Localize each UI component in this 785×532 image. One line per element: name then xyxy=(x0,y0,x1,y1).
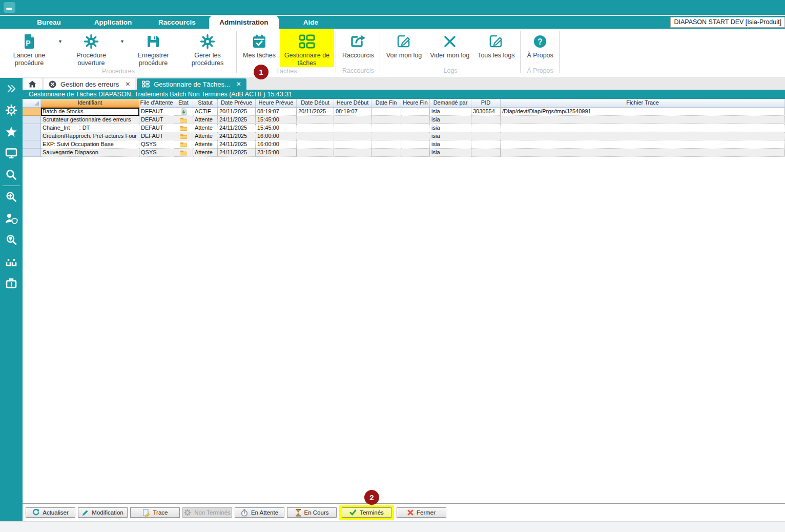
table-row[interactable]: EXP: Suivi Occupation BaseQSYSAttente24/… xyxy=(23,140,785,149)
menu-bureau[interactable]: Bureau xyxy=(17,16,81,29)
search-icon[interactable] xyxy=(0,164,23,186)
menu-aide[interactable]: Aide xyxy=(279,16,343,29)
task-grid-icon xyxy=(299,31,315,52)
column-header-file[interactable]: File d'Attente xyxy=(139,99,174,108)
cell-file: QSYS xyxy=(139,140,174,149)
row-selector[interactable] xyxy=(23,132,41,140)
cell-statut: Attente xyxy=(193,124,218,132)
en-cours-button[interactable]: En Cours xyxy=(287,507,337,518)
column-header-date_debut[interactable]: Date Début xyxy=(297,99,334,108)
column-header-date_fin[interactable]: Date Fin xyxy=(371,99,401,108)
modification-button[interactable]: Modification xyxy=(78,507,128,518)
column-header-heure_debut[interactable]: Heure Début xyxy=(334,99,371,108)
menu-application[interactable]: Application xyxy=(81,16,145,29)
column-header-fichier_trace[interactable]: Fichier Trace xyxy=(501,99,785,108)
briefcase-icon[interactable] xyxy=(0,272,23,294)
tab-home[interactable] xyxy=(23,78,42,90)
button-label: Modification xyxy=(92,509,123,516)
menu-administration[interactable]: Administration xyxy=(209,16,279,29)
cell-fichier_trace: /Diap/devt/Diap/Prgs/tmp/J2540991 xyxy=(501,108,785,116)
all-logs-button[interactable]: Tous les logs xyxy=(473,29,519,67)
table-row[interactable]: Création/Rapproch. PréFactures FourDEFAU… xyxy=(23,132,785,140)
trace-button[interactable]: Trace xyxy=(130,507,180,518)
cell-heure_debut xyxy=(334,149,371,157)
column-header-identifiant[interactable]: Identifiant xyxy=(41,99,139,108)
toolbar-item-label: Gérer les procédures xyxy=(184,52,231,67)
row-selector[interactable] xyxy=(23,108,41,116)
table-row[interactable]: Sauvegarde DiapasonQSYSAttente24/11/2025… xyxy=(23,149,785,157)
cell-heure_debut: 08:19:07 xyxy=(334,108,371,116)
shortcuts-button[interactable]: Raccourcis xyxy=(338,29,378,67)
column-header-statut[interactable]: Statut xyxy=(193,99,218,108)
menu-raccourcis[interactable]: Raccourcis xyxy=(145,16,209,29)
cell-date_fin xyxy=(371,124,401,132)
column-header-demande_par[interactable]: Demandé par xyxy=(430,99,471,108)
settings-wheel-icon[interactable] xyxy=(0,99,23,121)
select-all-header[interactable] xyxy=(23,99,41,108)
termines-button[interactable]: Terminés xyxy=(342,507,391,518)
group-logs: Voir mon log Vider mon log Tous les logs… xyxy=(380,29,521,77)
cell-fichier_trace xyxy=(501,124,785,132)
button-label: Terminés xyxy=(360,509,384,516)
about-button[interactable]: ? À Propos xyxy=(523,29,557,67)
task-manager-button[interactable]: Gestionnaire de tâches xyxy=(280,29,334,67)
user-shield-icon[interactable] xyxy=(0,208,23,229)
group-apropos: ? À Propos À Propos xyxy=(521,29,559,77)
zoom-in-icon[interactable] xyxy=(0,186,23,208)
row-selector[interactable] xyxy=(23,116,41,124)
modules-icon[interactable] xyxy=(0,251,23,272)
monitor-icon[interactable] xyxy=(0,142,23,164)
launch-procedure-dropdown[interactable]: ▼ xyxy=(56,29,64,67)
waiting-folder-icon xyxy=(174,149,193,157)
cell-date_debut xyxy=(297,116,334,124)
cell-statut: Attente xyxy=(193,116,218,124)
en-attente-button[interactable]: En Attente xyxy=(235,507,284,518)
open-procedure-button[interactable]: Procédure ouverture xyxy=(64,29,118,67)
row-selector[interactable] xyxy=(23,140,41,149)
save-procedure-button[interactable]: Enregistrer procédure xyxy=(126,29,180,67)
view-title-bar: Gestionnaire de Tâches DIAPASON. Traitem… xyxy=(23,90,785,99)
open-procedure-dropdown[interactable]: ▼ xyxy=(118,29,126,67)
column-header-heure_fin[interactable]: Heure Fin xyxy=(401,99,430,108)
column-header-date_prevue[interactable]: Date Prévue xyxy=(218,99,256,108)
row-selector[interactable] xyxy=(23,149,41,157)
menu-bar: Bureau Application Raccourcis Administra… xyxy=(0,15,785,29)
error-circle-icon xyxy=(49,80,56,88)
table-row[interactable]: Chaine_Int : DTDEFAUTAttente24/11/202515… xyxy=(23,124,785,132)
tab-strip: Gestion des erreurs ✕ Gestionnaire de Tâ… xyxy=(23,78,785,90)
column-header-heure_prevue[interactable]: Heure Prévue xyxy=(256,99,297,108)
tab-gestionnaire-de-taches[interactable]: Gestionnaire de Tâches... ✕ xyxy=(137,78,246,90)
cell-heure_prevue: 16:00:00 xyxy=(256,132,297,140)
row-selector[interactable] xyxy=(23,124,41,132)
gear-gray-icon xyxy=(184,509,191,516)
cell-statut: ACTIF xyxy=(193,108,218,116)
cell-identifiant: Création/Rapproch. PréFactures Four xyxy=(41,132,139,140)
group-label-taches: Tâches xyxy=(239,67,334,78)
clear-my-log-button[interactable]: Vider mon log xyxy=(426,29,473,67)
my-tasks-button[interactable]: Mes tâches xyxy=(239,29,280,67)
cell-date_prevue: 24/11/2025 xyxy=(218,132,256,140)
close-icon[interactable]: ✕ xyxy=(236,80,241,88)
tab-gestion-des-erreurs[interactable]: Gestion des erreurs ✕ xyxy=(44,78,135,90)
table-row[interactable]: Scrutateur gestionnaire des erreursDEFAU… xyxy=(23,116,785,124)
close-icon[interactable]: ✕ xyxy=(125,80,130,88)
table-row[interactable]: Batch de StocksDEFAUTACTIF20/11/202508:1… xyxy=(23,108,785,116)
group-label-apropos: À Propos xyxy=(523,67,557,77)
chevron-down-icon: ▼ xyxy=(58,39,63,44)
manage-procedures-button[interactable]: Gérer les procédures xyxy=(180,29,235,67)
cell-file: DEFAUT xyxy=(139,108,174,116)
non-termines-button[interactable]: Non Terminés xyxy=(182,507,232,518)
column-header-pid[interactable]: PID xyxy=(471,99,501,108)
star-icon[interactable] xyxy=(0,121,23,142)
location-search-icon[interactable] xyxy=(0,229,23,251)
step-badge-2: 2 xyxy=(364,490,379,505)
launch-procedure-button[interactable]: P Lancer une procédure xyxy=(2,29,56,67)
expand-chevrons-icon[interactable] xyxy=(0,78,23,99)
refresh-icon xyxy=(32,509,39,516)
fermer-button[interactable]: Fermer xyxy=(397,507,446,518)
actualiser-button[interactable]: Actualiser xyxy=(26,507,75,518)
column-header-etat[interactable]: Etat xyxy=(174,99,193,108)
toolbar-item-label: Voir mon log xyxy=(386,52,422,59)
view-my-log-button[interactable]: Voir mon log xyxy=(382,29,426,67)
app-icon[interactable] xyxy=(4,2,15,13)
